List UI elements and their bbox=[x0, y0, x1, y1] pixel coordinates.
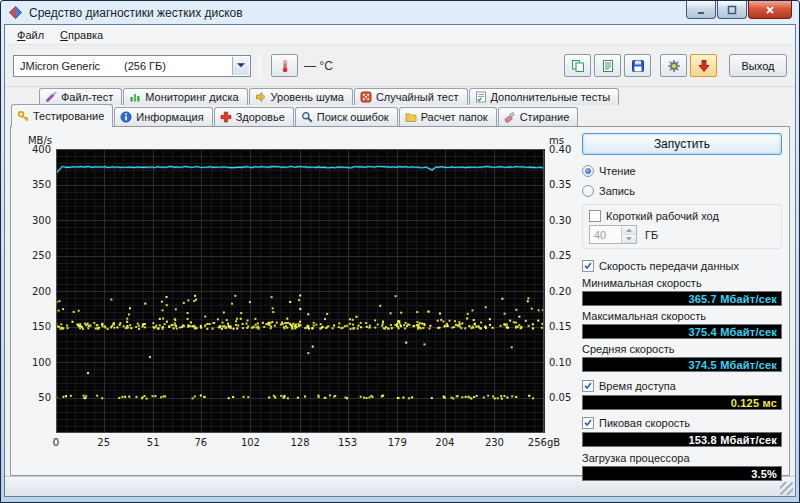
burst-rate-label: Пиковая скорость bbox=[599, 417, 690, 429]
random-test-icon bbox=[360, 91, 372, 103]
capture-button[interactable] bbox=[690, 54, 717, 77]
drive-select[interactable]: JMicron Generic (256 ГБ) bbox=[13, 55, 251, 77]
close-icon bbox=[764, 4, 776, 16]
short-stroke-label: Короткий рабочий ход bbox=[606, 210, 719, 222]
chevron-down-icon bbox=[232, 57, 249, 75]
save-button[interactable] bbox=[624, 54, 651, 77]
burst-rate-checkbox[interactable] bbox=[582, 417, 594, 429]
svg-text:0.30: 0.30 bbox=[549, 215, 571, 226]
benchmark-key-icon bbox=[17, 110, 29, 122]
svg-text:102: 102 bbox=[241, 437, 260, 448]
svg-text:0.15: 0.15 bbox=[549, 321, 571, 332]
svg-text:0.20: 0.20 bbox=[549, 286, 571, 297]
spinner-down-icon[interactable] bbox=[621, 235, 636, 243]
radio-read[interactable] bbox=[582, 165, 594, 177]
read-label: Чтение bbox=[599, 165, 636, 177]
min-speed-value: 365.7 Мбайт/сек bbox=[582, 291, 782, 306]
tab-benchmark[interactable]: Тестирование bbox=[11, 104, 113, 127]
short-stroke-checkbox-row[interactable]: Короткий рабочий ход bbox=[589, 208, 775, 223]
access-time-checkbox[interactable] bbox=[582, 380, 594, 392]
toolbar-separator bbox=[259, 53, 260, 79]
tab-disk-monitor[interactable]: Мониторинг диска bbox=[123, 88, 247, 105]
menu-help[interactable]: Справка bbox=[52, 27, 111, 43]
maximize-button[interactable] bbox=[717, 1, 747, 19]
app-icon bbox=[8, 5, 23, 20]
svg-text:400: 400 bbox=[32, 144, 51, 155]
access-time-checkbox-row[interactable]: Время доступа bbox=[582, 378, 782, 393]
drive-size: (256 ГБ) bbox=[124, 60, 166, 72]
options-button[interactable] bbox=[660, 54, 687, 77]
tab-label: Расчет папок bbox=[421, 111, 488, 123]
client-area: Файл Справка JMicron Generic (256 ГБ) — … bbox=[4, 24, 796, 497]
tab-error-scan[interactable]: Поиск ошибок bbox=[295, 107, 398, 126]
close-button[interactable] bbox=[748, 1, 792, 19]
tab-label: Уровень шума bbox=[271, 91, 344, 103]
svg-text:25: 25 bbox=[97, 437, 110, 448]
max-speed-label: Максимальная скорость bbox=[582, 310, 782, 322]
download-arrow-icon bbox=[697, 59, 711, 73]
resize-grip[interactable] bbox=[780, 482, 793, 495]
svg-text:153: 153 bbox=[338, 437, 357, 448]
short-stroke-spinner[interactable]: 40 bbox=[589, 225, 637, 244]
info-icon bbox=[120, 111, 132, 123]
title-bar[interactable]: Средство диагностики жестких дисков bbox=[4, 1, 796, 24]
short-stroke-checkbox[interactable] bbox=[589, 210, 601, 222]
tab-label: Информация bbox=[136, 111, 203, 123]
tab-noise-level[interactable]: Уровень шума bbox=[249, 88, 353, 105]
transfer-rate-checkbox-row[interactable]: Скорость передачи данных bbox=[582, 258, 782, 273]
svg-text:350: 350 bbox=[32, 179, 51, 190]
max-speed-value: 375.4 Мбайт/сек bbox=[582, 324, 782, 339]
svg-text:204: 204 bbox=[435, 437, 454, 448]
copy-text-button[interactable] bbox=[594, 54, 621, 77]
tab-erase[interactable]: Стирание bbox=[498, 107, 579, 126]
cpu-usage-label: Загрузка процессора bbox=[582, 452, 782, 464]
benchmark-panel: MB/sms501001502002503003504000.050.100.1… bbox=[10, 126, 790, 476]
short-stroke-value: 40 bbox=[590, 226, 621, 243]
file-test-icon bbox=[45, 91, 57, 103]
svg-text:0.25: 0.25 bbox=[549, 250, 571, 261]
svg-text:256gB: 256gB bbox=[528, 437, 560, 448]
menu-file[interactable]: Файл bbox=[9, 27, 52, 43]
cpu-usage-value: 3.5% bbox=[582, 466, 782, 481]
transfer-rate-checkbox[interactable] bbox=[582, 260, 594, 272]
maximize-icon bbox=[726, 4, 738, 16]
tab-label: Здоровье bbox=[236, 111, 285, 123]
burst-rate-value: 153.8 Мбайт/сек bbox=[582, 432, 782, 447]
min-speed-label: Минимальная скорость bbox=[582, 277, 782, 289]
tab-folder-usage[interactable]: Расчет папок bbox=[399, 107, 497, 126]
tab-extra-tests[interactable]: Дополнительные тесты bbox=[469, 88, 620, 105]
burst-rate-checkbox-row[interactable]: Пиковая скорость bbox=[582, 415, 782, 430]
write-radio-row[interactable]: Запись bbox=[582, 183, 782, 198]
copy-screenshot-button[interactable] bbox=[564, 54, 591, 77]
access-time-label: Время доступа bbox=[599, 380, 676, 392]
radio-write[interactable] bbox=[582, 185, 594, 197]
minimize-button[interactable] bbox=[686, 1, 716, 19]
tab-health[interactable]: Здоровье bbox=[214, 107, 294, 126]
read-radio-row[interactable]: Чтение bbox=[582, 163, 782, 178]
tab-label: Файл-тест bbox=[61, 91, 113, 103]
spinner-arrows bbox=[621, 226, 636, 243]
svg-text:0: 0 bbox=[53, 437, 59, 448]
tab-random-test[interactable]: Случайный тест bbox=[354, 88, 468, 105]
svg-text:250: 250 bbox=[32, 250, 51, 261]
check-icon bbox=[583, 380, 593, 391]
exit-button[interactable]: Выход bbox=[729, 54, 787, 77]
tab-file-test[interactable]: Файл-тест bbox=[39, 88, 122, 105]
svg-text:179: 179 bbox=[388, 437, 407, 448]
extra-tests-icon bbox=[475, 91, 487, 103]
erase-icon bbox=[504, 111, 516, 123]
tab-row-primary: Тестирование Информация Здоровье bbox=[5, 105, 795, 126]
avg-speed-value: 374.5 Мбайт/сек bbox=[582, 357, 782, 372]
svg-text:150: 150 bbox=[32, 321, 51, 332]
window-title: Средство диагностики жестких дисков bbox=[29, 6, 243, 20]
tab-info[interactable]: Информация bbox=[114, 107, 212, 126]
svg-text:51: 51 bbox=[147, 437, 160, 448]
short-stroke-group: Короткий рабочий ход 40 ГБ bbox=[582, 204, 782, 249]
svg-text:230: 230 bbox=[485, 437, 504, 448]
tab-row-secondary: Файл-тест Мониторинг диска Уровень шума bbox=[5, 87, 795, 105]
spinner-up-icon[interactable] bbox=[621, 226, 636, 235]
svg-text:0.10: 0.10 bbox=[549, 357, 571, 368]
temperature-value: — °C bbox=[304, 59, 333, 73]
temperature-button[interactable] bbox=[271, 54, 298, 77]
start-button[interactable]: Запустить bbox=[582, 133, 782, 155]
